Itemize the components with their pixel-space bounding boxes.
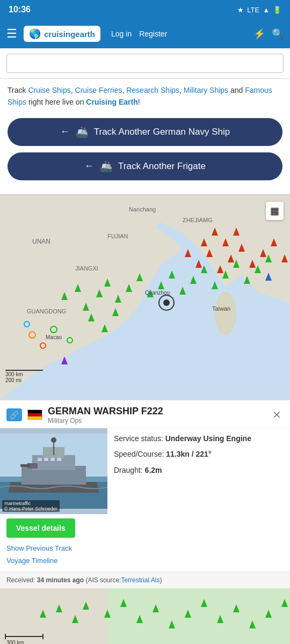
speed-stat: Speed/Course: 11.3kn / 221° <box>114 449 284 460</box>
ais-label: (AIS source: <box>84 576 121 584</box>
svg-point-3 <box>215 292 236 335</box>
ais-source-link[interactable]: Terrestrial Ais <box>121 576 160 584</box>
scale-bar: 300 km 200 mi <box>5 370 43 383</box>
ship-close-button[interactable]: ✕ <box>270 406 284 423</box>
ship-illustration <box>0 434 107 509</box>
ship-image: marinetraffic© Hans-Peter Schroeder <box>0 428 107 514</box>
ship-name-area: GERMAN WARSHIP F222 Military Ops <box>48 406 265 425</box>
map-section: UNAN JIANGXI FUJIAN GUANGDONG ZHEJIAMG N… <box>0 195 290 644</box>
received-time: 34 minutes ago <box>37 576 84 584</box>
status-time: 10:36 <box>9 5 31 14</box>
track-navy-button[interactable]: ← 🚢 Track Another German Navy Ship <box>8 118 282 146</box>
ship-type: Military Ops <box>48 417 265 425</box>
scale-km: 300 km <box>5 371 23 377</box>
svg-point-68 <box>51 437 56 443</box>
ship-header: 🔗 GERMAN WARSHIP F222 Military Ops ✕ <box>0 400 290 428</box>
track-frigate-button[interactable]: ← 🚢 Track Another Frigate <box>8 152 282 180</box>
link-research-ships[interactable]: Research Ships <box>126 86 179 94</box>
globe-icon: 🌎 <box>29 28 41 40</box>
svg-rect-74 <box>20 464 30 467</box>
logo[interactable]: 🌎 cruisingearth <box>24 26 100 42</box>
voyage-timeline-link[interactable]: Voyage Timeline <box>6 554 284 567</box>
map-svg: UNAN JIANGXI FUJIAN GUANGDONG ZHEJIAMG N… <box>0 195 290 399</box>
ship-icon-2: 🚢 <box>99 160 113 173</box>
draught-stat: Draught: 6.2m <box>114 465 284 476</box>
logo-text: cruisingearth <box>44 30 95 39</box>
vessel-details-button[interactable]: Vessel details <box>6 518 75 538</box>
status-bar: 10:36 ★ LTE ▲ 🔋 <box>0 0 290 19</box>
map-container[interactable]: UNAN JIANGXI FUJIAN GUANGDONG ZHEJIAMG N… <box>0 195 290 399</box>
link-cruise-ships[interactable]: Cruise Ships <box>28 86 70 94</box>
svg-text:JIANGXI: JIANGXI <box>75 265 98 272</box>
search-icon[interactable]: 🔍 <box>272 28 284 40</box>
track-text-area: Track Cruise Ships, Cruise Ferries, Rese… <box>0 79 290 195</box>
login-link[interactable]: Log in <box>111 30 132 38</box>
arrow-icon-2: ← <box>84 160 94 172</box>
search-area <box>0 48 290 79</box>
svg-text:Taiwan: Taiwan <box>212 305 230 312</box>
svg-text:ZHEJIAMG: ZHEJIAMG <box>183 217 213 223</box>
svg-rect-69 <box>38 458 42 461</box>
flag-gold-stripe <box>28 416 42 420</box>
svg-rect-70 <box>44 458 48 461</box>
service-status-value: Underway Using Engine <box>165 434 251 443</box>
received-bar: Received: 34 minutes ago (AIS source:Ter… <box>0 572 290 588</box>
link-cruise-ferries[interactable]: Cruise Ferries <box>75 86 122 94</box>
ship-stats: Service status: Underway Using Engine Sp… <box>107 428 290 514</box>
svg-point-47 <box>163 299 170 306</box>
nav-links: Log in Register <box>111 30 247 38</box>
map-bottom-svg: 300 km 200 mi Leaflet | © Mapbox © OpenS… <box>0 588 290 644</box>
search-box[interactable] <box>6 54 284 73</box>
arrow-icon: ← <box>60 126 70 137</box>
track-description: Track Cruise Ships, Cruise Ferries, Rese… <box>8 84 282 108</box>
ship-details: marinetraffic© Hans-Peter Schroeder Serv… <box>0 428 290 514</box>
bluetooth-icon: ★ <box>237 6 244 14</box>
navbar: ☰ 🌎 cruisingearth Log in Register ⚡ 🔍 <box>0 19 290 48</box>
link-military-ships[interactable]: Military Ships <box>184 86 228 94</box>
link-cruisingearth[interactable]: Cruising Earth <box>86 98 137 106</box>
svg-text:GUANGDONG: GUANGDONG <box>27 308 66 314</box>
svg-rect-76 <box>0 588 107 644</box>
speed-value: 11.3kn / 221° <box>166 450 211 458</box>
link-icon[interactable]: 🔗 <box>6 408 22 421</box>
speed-label: Speed/Course: <box>114 450 166 458</box>
show-previous-track-link[interactable]: Show Previous Track <box>6 542 284 554</box>
map-bottom[interactable]: 300 km 200 mi Leaflet | © Mapbox © OpenS… <box>0 588 290 644</box>
signal-icon: ▲ <box>263 6 270 14</box>
received-label: Received: <box>6 576 37 584</box>
lightning-icon[interactable]: ⚡ <box>253 28 265 40</box>
draught-label: Draught: <box>114 466 145 474</box>
hamburger-menu[interactable]: ☰ <box>6 27 17 41</box>
lte-label: LTE <box>247 6 259 14</box>
ship-panel: 🔗 GERMAN WARSHIP F222 Military Ops ✕ <box>0 399 290 572</box>
svg-text:Macao: Macao <box>46 334 62 340</box>
svg-rect-72 <box>57 458 61 461</box>
track-navy-label: Track Another German Navy Ship <box>94 127 230 137</box>
german-flag <box>27 409 42 420</box>
ship-links: Show Previous Track Voyage Timeline <box>0 542 290 572</box>
svg-text:Nanchang: Nanchang <box>129 206 156 213</box>
svg-text:FUJIAN: FUJIAN <box>107 233 128 239</box>
status-icons: ★ LTE ▲ 🔋 <box>237 6 281 14</box>
track-frigate-label: Track Another Frigate <box>118 161 206 172</box>
register-link[interactable]: Register <box>139 30 167 38</box>
map-grid-button[interactable]: ▦ <box>266 202 284 220</box>
svg-text:UNAN: UNAN <box>32 238 50 245</box>
svg-text:Quanzhou: Quanzhou <box>145 290 170 296</box>
ship-image-caption: marinetraffic© Hans-Peter Schroeder <box>2 500 60 512</box>
scale-line-km <box>5 370 43 371</box>
service-status-label: Service status: <box>114 434 165 443</box>
received-end: ) <box>160 576 162 584</box>
service-status-stat: Service status: Underway Using Engine <box>114 434 284 444</box>
svg-rect-71 <box>50 458 55 461</box>
battery-icon: 🔋 <box>273 6 281 14</box>
svg-text:300 km: 300 km <box>6 640 24 644</box>
scale-mi: 200 mi <box>5 377 21 383</box>
ship-icon: 🚢 <box>75 126 89 138</box>
ship-name: GERMAN WARSHIP F222 <box>48 406 265 417</box>
draught-value: 6.2m <box>145 466 162 474</box>
